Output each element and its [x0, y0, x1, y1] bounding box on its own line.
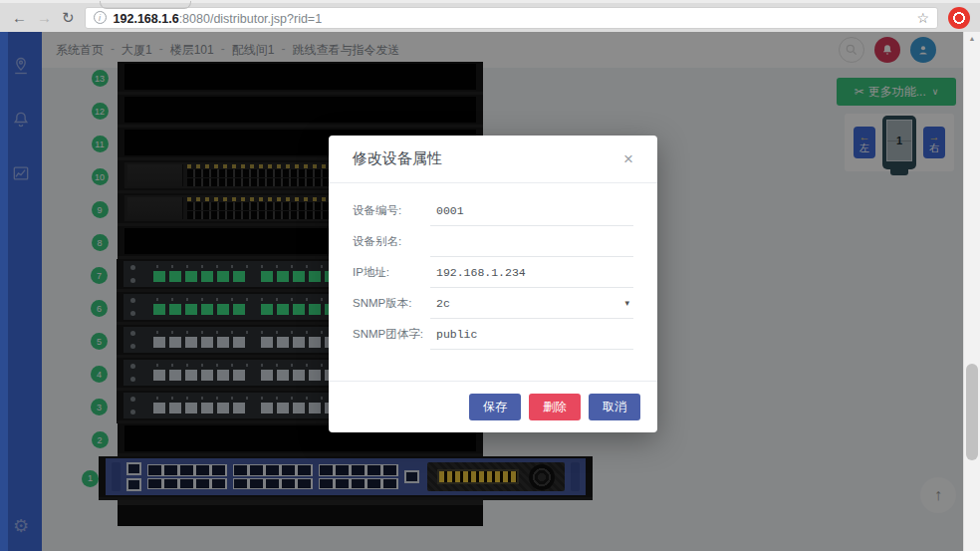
scrollbar[interactable]: ▲: [963, 32, 980, 551]
field-snmp-version: SNMP版本:2c▾: [353, 288, 633, 319]
bookmark-star-icon[interactable]: ☆: [916, 10, 929, 26]
field-label: 设备编号:: [353, 203, 430, 218]
modal-footer: 保存删除取消: [329, 381, 657, 432]
browser-brand-icon[interactable]: [948, 7, 970, 29]
modal-header: 修改设备属性 ×: [329, 136, 657, 183]
field-value: 2c: [436, 297, 450, 310]
device-id-input[interactable]: 0001: [430, 195, 633, 226]
browser-forward-button[interactable]: →: [37, 10, 52, 25]
field-device-alias: 设备别名:: [353, 226, 633, 257]
device-alias-input[interactable]: [430, 226, 633, 257]
browser-chrome: ← → ↻ i 192.168.1.6:8080/distributor.jsp…: [0, 0, 980, 32]
snmp-version-input[interactable]: 2c▾: [430, 288, 633, 319]
sidebar-accent-strip: [0, 32, 8, 551]
url-host: 192.168.1.6: [114, 12, 179, 26]
field-label: IP地址:: [353, 265, 430, 280]
modal-dialog: 修改设备属性 × 设备编号:0001设备别名:IP地址:192.168.1.23…: [329, 136, 657, 432]
field-value: 0001: [436, 204, 464, 217]
field-value: 192.168.1.234: [436, 266, 526, 279]
field-label: 设备别名:: [353, 234, 430, 249]
snmp-community-input[interactable]: public: [430, 319, 633, 350]
field-snmp-community: SNMP团体字:public: [353, 319, 633, 350]
browser-tab[interactable]: [100, 1, 191, 9]
field-label: SNMP版本:: [353, 296, 430, 311]
page-info-icon[interactable]: i: [94, 11, 107, 24]
caret-down-icon: ▾: [624, 298, 633, 308]
modal-body: 设备编号:0001设备别名:IP地址:192.168.1.234SNMP版本:2…: [329, 183, 657, 350]
ip-address-input[interactable]: 192.168.1.234: [430, 257, 633, 288]
field-label: SNMP团体字:: [353, 327, 430, 342]
field-ip-address: IP地址:192.168.1.234: [353, 257, 633, 288]
url-text: 192.168.1.6:8080/distributor.jsp?rid=1: [114, 9, 323, 27]
cancel-button[interactable]: 取消: [589, 394, 640, 420]
scrollbar-thumb[interactable]: [966, 364, 978, 460]
browser-reload-button[interactable]: ↻: [62, 10, 75, 25]
browser-url-bar[interactable]: i 192.168.1.6:8080/distributor.jsp?rid=1…: [85, 7, 938, 29]
close-icon[interactable]: ×: [623, 150, 633, 167]
save-button[interactable]: 保存: [469, 394, 521, 420]
browser-back-button[interactable]: ←: [12, 10, 27, 25]
modal-title: 修改设备属性: [353, 149, 442, 168]
screen: ← → ↻ i 192.168.1.6:8080/distributor.jsp…: [0, 0, 980, 551]
scrollbar-up-arrow[interactable]: ▲: [964, 32, 980, 46]
field-value: public: [436, 328, 477, 341]
url-path: :8080/distributor.jsp?rid=1: [179, 12, 323, 26]
delete-button[interactable]: 删除: [529, 394, 581, 420]
app-window: ⚙ 系统首页-大厦1-楼层101-配线间1-跳线查看与指令发送 13121110…: [0, 32, 980, 551]
field-device-id: 设备编号:0001: [353, 195, 633, 226]
